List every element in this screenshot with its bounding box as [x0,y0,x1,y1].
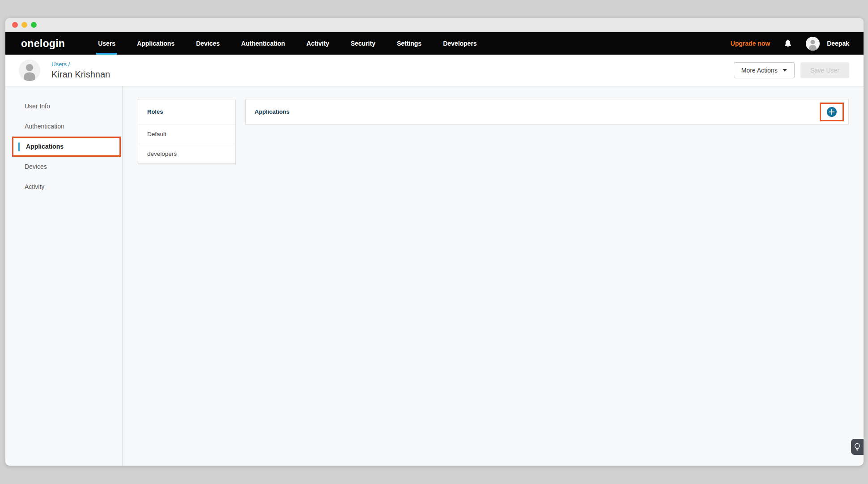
user-avatar-icon[interactable] [806,37,820,51]
current-user-name[interactable]: Deepak [827,40,849,47]
page-title: Kiran Krishnan [51,69,110,80]
lightbulb-icon [855,443,860,451]
window-titlebar [5,18,864,32]
zoom-window-icon[interactable] [31,22,37,28]
breadcrumb[interactable]: Users / [51,61,110,68]
nav-item-settings[interactable]: Settings [386,32,432,55]
profile-avatar [19,60,40,81]
add-application-button[interactable] [827,107,837,117]
onelogin-logo[interactable]: onelogin [21,38,65,50]
nav-item-applications[interactable]: Applications [126,32,185,55]
nav-item-activity[interactable]: Activity [296,32,340,55]
page-header-meta: Users / Kiran Krishnan [51,61,110,80]
navbar-right: Upgrade now Deepak [731,32,864,55]
role-row-developers[interactable]: developers [138,144,235,163]
sidebar-item-authentication[interactable]: Authentication [5,116,122,137]
upgrade-now-link[interactable]: Upgrade now [731,40,770,47]
primary-nav: Users Applications Devices Authenticatio… [87,32,487,55]
minimize-window-icon[interactable] [21,22,27,28]
browser-window: onelogin Users Applications Devices Auth… [5,18,864,466]
active-indicator-bar [18,142,20,151]
sidebar-item-applications[interactable]: Applications [12,137,121,157]
roles-panel: Roles Default developers [138,99,236,164]
more-actions-button[interactable]: More Actions [734,62,795,78]
plus-icon [829,109,834,115]
help-tab[interactable] [851,439,864,455]
add-application-highlight-box [820,103,844,121]
sidebar-item-user-info[interactable]: User Info [5,96,122,116]
nav-item-authentication[interactable]: Authentication [230,32,296,55]
page-header: Users / Kiran Krishnan More Actions Save… [5,55,864,86]
close-window-icon[interactable] [12,22,18,28]
applications-panel-title: Applications [255,108,289,115]
header-actions: More Actions Save User [734,62,849,78]
user-section-sidebar: User Info Authentication Applications De… [5,86,123,466]
nav-item-devices[interactable]: Devices [185,32,230,55]
nav-item-developers[interactable]: Developers [432,32,487,55]
roles-panel-title: Roles [138,99,235,124]
nav-item-security[interactable]: Security [340,32,386,55]
bell-icon[interactable] [783,39,792,48]
sidebar-item-label: Applications [26,143,64,150]
caret-down-icon [783,69,787,72]
sidebar-item-devices[interactable]: Devices [5,157,122,177]
nav-item-users[interactable]: Users [87,32,126,55]
more-actions-label: More Actions [741,67,778,74]
top-navbar: onelogin Users Applications Devices Auth… [5,32,864,55]
applications-panel: Applications [245,99,849,124]
save-user-button[interactable]: Save User [800,62,849,78]
sidebar-item-activity[interactable]: Activity [5,177,122,197]
role-row-default[interactable]: Default [138,124,235,144]
content-area: User Info Authentication Applications De… [5,86,864,466]
